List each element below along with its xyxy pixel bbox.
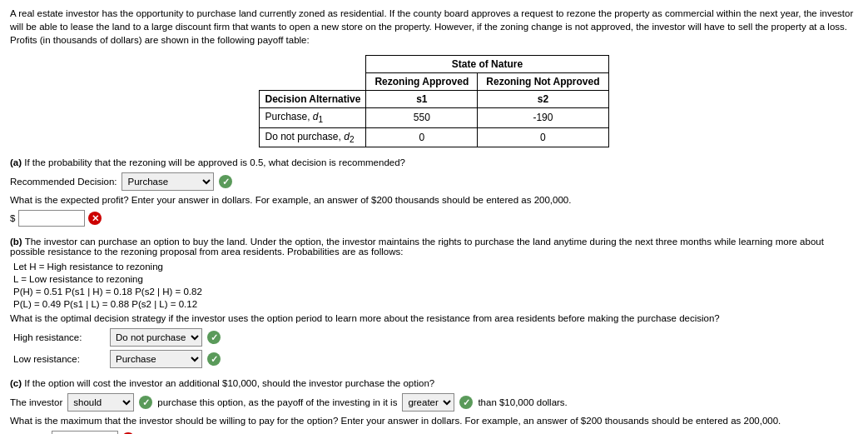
check-icon-b1: ✓: [207, 331, 221, 344]
should-select[interactable]: shouldshould not: [67, 393, 134, 412]
table-row-label-0: Purchase, d1: [260, 108, 366, 127]
table-row-label-1: Do not purchase, d2: [260, 127, 366, 147]
greater-select[interactable]: greaterless: [402, 393, 454, 412]
check-icon-b2: ✓: [207, 352, 221, 366]
section-b-line: P(H) = 0.51 P(s1 | H) = 0.18 P(s2 | H) =…: [13, 287, 858, 297]
recommended-label: Recommended Decision:: [10, 177, 117, 187]
resistance-table: High resistance: Do not purchasePurchase…: [13, 328, 858, 368]
decision-col-header: Decision Alternative: [260, 91, 366, 108]
section-b-label: (b): [10, 237, 22, 247]
dollar-sign-a: $: [10, 213, 15, 223]
evsi-input[interactable]: [52, 431, 118, 434]
state-of-nature-header: State of Nature: [366, 56, 608, 73]
section-b-line: P(L) = 0.49 P(s1 | L) = 0.88 P(s2 | L) =…: [13, 299, 858, 309]
s2-header: s2: [478, 91, 608, 108]
section-b-line: Let H = High resistance to rezoning: [13, 262, 858, 272]
table-row: Do not purchase, d200: [260, 127, 608, 147]
section-a-question: (a) If the probability that the rezoning…: [10, 157, 858, 167]
check-icon-c1: ✓: [139, 396, 152, 409]
col2-header: Rezoning Not Approved: [478, 73, 608, 91]
evsi-row: EVSI = $ ✕: [10, 431, 858, 434]
section-c-label: (c): [10, 378, 22, 388]
section-b-line: L = Low resistance to rezoning: [13, 274, 858, 284]
expected-profit-input[interactable]: [18, 210, 85, 227]
section-a-label: (a): [10, 157, 22, 167]
low-resistance-row: Low resistance: PurchaseDo not purchase …: [13, 350, 858, 368]
table-cell-s2-0: -190: [478, 108, 608, 127]
check-icon-c2: ✓: [459, 396, 473, 409]
section-c: (c) If the option will cost the investor…: [10, 378, 858, 434]
section-b: (b) The investor can purchase an option …: [10, 237, 858, 368]
section-a-question-text: If the probability that the rezoning wil…: [24, 157, 405, 167]
cross-icon-a: ✕: [88, 212, 102, 225]
section-c-question: (c) If the option will cost the investor…: [10, 378, 858, 388]
section-b-lines: Let H = High resistance to rezoningL = L…: [10, 262, 858, 309]
high-resistance-row: High resistance: Do not purchasePurchase…: [13, 328, 858, 347]
payoff-table: State of Nature Rezoning Approved Rezoni…: [259, 55, 608, 147]
section-b-intro: (b) The investor can purchase an option …: [10, 237, 858, 257]
table-row: Purchase, d1550-190: [260, 108, 608, 127]
sentence-part3: than $10,000 dollars.: [478, 397, 567, 407]
sentence-part2: purchase this option, as the payoff of t…: [157, 397, 397, 407]
high-resistance-label: High resistance:: [13, 332, 105, 342]
table-cell-s1-0: 550: [366, 108, 478, 127]
high-resistance-select[interactable]: Do not purchasePurchase: [110, 328, 202, 347]
recommended-decision-select[interactable]: PurchaseDo not purchase: [122, 172, 214, 191]
section-c-question-text: If the option will cost the investor an …: [24, 378, 434, 388]
recommended-decision-row: Recommended Decision: PurchaseDo not pur…: [10, 172, 858, 191]
table-cell-s2-1: 0: [478, 127, 608, 147]
section-c-answer-row: The investor shouldshould not ✓ purchase…: [10, 393, 858, 412]
table-cell-s1-1: 0: [366, 127, 478, 147]
col1-header: Rezoning Approved: [366, 73, 478, 91]
intro-paragraph: A real estate investor has the opportuni…: [10, 7, 858, 47]
low-resistance-select[interactable]: PurchaseDo not purchase: [110, 350, 202, 368]
expected-profit-input-row: $ ✕: [10, 210, 858, 227]
section-a: (a) If the probability that the rezoning…: [10, 157, 858, 227]
check-icon-a1: ✓: [219, 175, 232, 188]
s1-header: s1: [366, 91, 478, 108]
low-resistance-label: Low resistance:: [13, 354, 105, 364]
expected-profit-label: What is the expected profit? Enter your …: [10, 195, 858, 205]
section-b-intro-text: The investor can purchase an option to b…: [10, 237, 824, 257]
max-question: What is the maximum that the investor sh…: [10, 416, 858, 426]
payoff-table-container: State of Nature Rezoning Approved Rezoni…: [10, 55, 858, 147]
sentence-part1: The investor: [10, 397, 62, 407]
strategy-question: What is the optimal decision strategy if…: [10, 313, 858, 323]
